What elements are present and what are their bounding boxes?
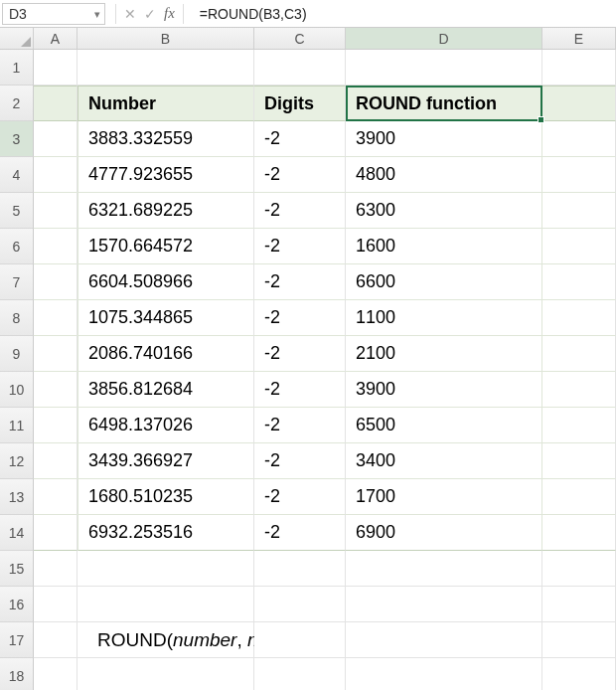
cell-result[interactable]: 6300	[346, 193, 542, 229]
fx-icon[interactable]: fx	[164, 5, 175, 22]
cell-A8[interactable]	[34, 300, 77, 336]
cell-D16[interactable]	[346, 587, 542, 622]
row-header-6[interactable]: 6	[0, 229, 34, 264]
cell-E1[interactable]	[542, 50, 616, 86]
cell-digits[interactable]: -2	[254, 336, 346, 372]
header-result[interactable]: ROUND function	[346, 86, 542, 121]
cell-digits[interactable]: -2	[254, 372, 346, 408]
cell-A3[interactable]	[34, 121, 77, 157]
name-box[interactable]: D3 ▾	[2, 3, 105, 25]
cell-A13[interactable]	[34, 479, 77, 515]
cell-number[interactable]: 3439.366927	[77, 443, 254, 479]
formula-input[interactable]: =ROUND(B3,C3)	[194, 6, 616, 22]
cell-A1[interactable]	[34, 50, 77, 86]
cell-result[interactable]: 6600	[346, 264, 542, 300]
row-header-3[interactable]: 3	[0, 121, 34, 157]
cell-A18[interactable]	[34, 658, 77, 690]
row-header-9[interactable]: 9	[0, 336, 34, 372]
spreadsheet-grid[interactable]: A B C D E 12NumberDigitsROUND function33…	[0, 28, 616, 690]
cell-E13[interactable]	[542, 479, 616, 515]
cell-E10[interactable]	[542, 372, 616, 408]
select-all-button[interactable]	[0, 28, 34, 49]
row-header-11[interactable]: 11	[0, 408, 34, 443]
cell-A12[interactable]	[34, 443, 77, 479]
cell-result[interactable]: 2100	[346, 336, 542, 372]
cell-number[interactable]: 3856.812684	[77, 372, 254, 408]
cell-A16[interactable]	[34, 587, 77, 622]
cell-result[interactable]: 6500	[346, 408, 542, 443]
cell-B17[interactable]: ROUND(number, num_digits )	[77, 622, 254, 658]
cell-E3[interactable]	[542, 121, 616, 157]
cell-D15[interactable]	[346, 551, 542, 587]
cell-A14[interactable]	[34, 515, 77, 551]
cell-E5[interactable]	[542, 193, 616, 229]
cell-result[interactable]: 3900	[346, 121, 542, 157]
cell-C18[interactable]	[254, 658, 346, 690]
cell-B18[interactable]	[77, 658, 254, 690]
cell-B1[interactable]	[77, 50, 254, 86]
chevron-down-icon[interactable]: ▾	[94, 8, 100, 19]
cell-C17[interactable]	[254, 622, 346, 658]
cell-E18[interactable]	[542, 658, 616, 690]
cell-digits[interactable]: -2	[254, 408, 346, 443]
row-header-10[interactable]: 10	[0, 372, 34, 408]
cell-E14[interactable]	[542, 515, 616, 551]
row-header-17[interactable]: 17	[0, 622, 34, 658]
header-digits[interactable]: Digits	[254, 86, 346, 121]
cell-result[interactable]: 3900	[346, 372, 542, 408]
cell-number[interactable]: 6498.137026	[77, 408, 254, 443]
cell-D1[interactable]	[346, 50, 542, 86]
row-header-4[interactable]: 4	[0, 157, 34, 193]
cell-result[interactable]: 6900	[346, 515, 542, 551]
cell-E6[interactable]	[542, 229, 616, 264]
cell-E9[interactable]	[542, 336, 616, 372]
cell-number[interactable]: 6321.689225	[77, 193, 254, 229]
cell-result[interactable]: 1600	[346, 229, 542, 264]
cell-B16[interactable]	[77, 587, 254, 622]
cell-E15[interactable]	[542, 551, 616, 587]
cell-A5[interactable]	[34, 193, 77, 229]
cancel-icon[interactable]: ✕	[124, 6, 136, 22]
cell-digits[interactable]: -2	[254, 515, 346, 551]
cell-E16[interactable]	[542, 587, 616, 622]
row-header-2[interactable]: 2	[0, 86, 34, 121]
col-header-B[interactable]: B	[77, 28, 254, 49]
cell-number[interactable]: 6932.253516	[77, 515, 254, 551]
header-number[interactable]: Number	[77, 86, 254, 121]
cell-number[interactable]: 4777.923655	[77, 157, 254, 193]
cell-E4[interactable]	[542, 157, 616, 193]
cell-A6[interactable]	[34, 229, 77, 264]
cell-number[interactable]: 1570.664572	[77, 229, 254, 264]
cell-number[interactable]: 3883.332559	[77, 121, 254, 157]
cell-B15[interactable]	[77, 551, 254, 587]
cell-result[interactable]: 1100	[346, 300, 542, 336]
row-header-13[interactable]: 13	[0, 479, 34, 515]
row-header-15[interactable]: 15	[0, 551, 34, 587]
cell-result[interactable]: 4800	[346, 157, 542, 193]
cell-digits[interactable]: -2	[254, 443, 346, 479]
cell-number[interactable]: 1075.344865	[77, 300, 254, 336]
row-header-8[interactable]: 8	[0, 300, 34, 336]
cell-digits[interactable]: -2	[254, 229, 346, 264]
cell-E11[interactable]	[542, 408, 616, 443]
cell-A2[interactable]	[34, 86, 77, 121]
col-header-E[interactable]: E	[542, 28, 616, 49]
cell-A11[interactable]	[34, 408, 77, 443]
cell-C1[interactable]	[254, 50, 346, 86]
cell-result[interactable]: 3400	[346, 443, 542, 479]
cell-A9[interactable]	[34, 336, 77, 372]
col-header-A[interactable]: A	[34, 28, 77, 49]
cell-D17[interactable]	[346, 622, 542, 658]
cell-result[interactable]: 1700	[346, 479, 542, 515]
cell-number[interactable]: 6604.508966	[77, 264, 254, 300]
cell-C15[interactable]	[254, 551, 346, 587]
cell-digits[interactable]: -2	[254, 264, 346, 300]
accept-icon[interactable]: ✓	[144, 6, 156, 22]
col-header-C[interactable]: C	[254, 28, 346, 49]
cell-E17[interactable]	[542, 622, 616, 658]
row-header-16[interactable]: 16	[0, 587, 34, 622]
row-header-12[interactable]: 12	[0, 443, 34, 479]
cell-E7[interactable]	[542, 264, 616, 300]
cell-digits[interactable]: -2	[254, 479, 346, 515]
cell-A17[interactable]	[34, 622, 77, 658]
